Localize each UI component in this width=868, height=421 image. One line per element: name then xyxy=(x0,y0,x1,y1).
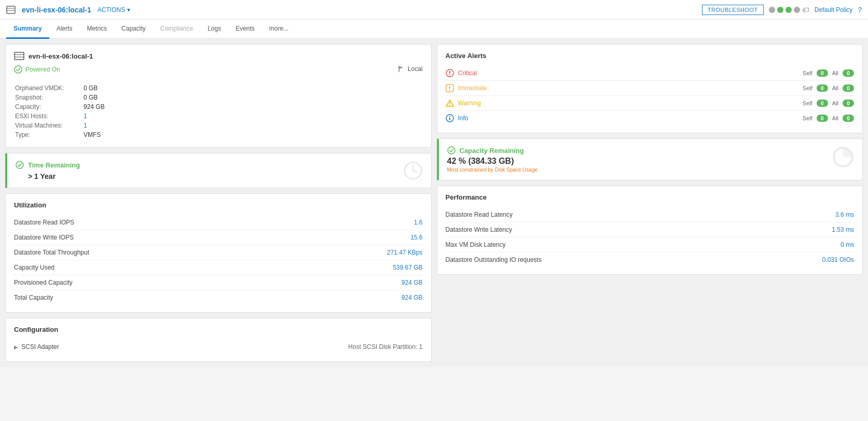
policy-icon: 🏷 xyxy=(802,6,809,14)
info-icon xyxy=(446,114,454,122)
status-dot-green-1 xyxy=(777,7,783,13)
table-row: Orphaned VMDK:0 GB xyxy=(15,84,422,92)
clock-graphic xyxy=(403,161,423,180)
page-title: evn-li-esx-06:local-1 xyxy=(22,6,91,14)
info-all-badge: 0 xyxy=(843,115,854,122)
esxi-hosts-link[interactable]: 1 xyxy=(84,113,87,120)
right-column: Active Alerts Critical Self 0 All 0 xyxy=(437,44,863,362)
datastore-large-icon xyxy=(14,52,24,60)
alert-critical-row: Critical Self 0 All 0 xyxy=(446,66,855,81)
metric-row: Datastore Read IOPS 1.6 xyxy=(14,215,423,230)
configuration-title: Configuration xyxy=(14,326,423,333)
svg-point-24 xyxy=(448,147,455,154)
tab-more[interactable]: more... xyxy=(262,20,296,39)
top-bar-right: TROUBLESHOOT 🏷 Default Policy ? xyxy=(702,5,862,15)
svg-line-11 xyxy=(413,171,417,173)
svg-rect-3 xyxy=(15,52,24,60)
metric-row: Datastore Write IOPS 15.6 xyxy=(14,230,423,245)
status-dot-grey xyxy=(769,7,775,13)
critical-self-badge: 0 xyxy=(817,69,828,77)
table-row: Capacity:924 GB xyxy=(15,103,422,111)
table-row: ESXi Hosts:1 xyxy=(15,112,422,120)
alert-immediate-row: Immediate Self 0 All 0 xyxy=(446,81,855,96)
utilization-card: Utilization Datastore Read IOPS 1.6 Data… xyxy=(5,193,432,313)
metric-row: Capacity Used 539.67 GB xyxy=(14,260,423,275)
info-label[interactable]: Info xyxy=(458,115,469,122)
alert-info-counts: Self 0 All 0 xyxy=(803,115,854,122)
local-flag: Local xyxy=(397,65,423,73)
info-table: Orphaned VMDK:0 GB Snapshot:0 GB Capacit… xyxy=(14,83,423,140)
warning-icon xyxy=(446,99,454,107)
immediate-icon xyxy=(446,84,454,92)
info-card-status-row: Powered On Local xyxy=(14,65,423,79)
table-row: Virtual Machines:1 xyxy=(15,121,422,130)
alert-immediate-counts: Self 0 All 0 xyxy=(803,85,854,92)
immediate-label[interactable]: Immediate xyxy=(458,85,487,92)
powered-on-status: Powered On xyxy=(14,65,60,74)
flag-icon xyxy=(397,65,405,73)
tab-events[interactable]: Events xyxy=(228,20,262,39)
time-remaining-title: Time Remaining xyxy=(16,161,80,169)
chevron-down-icon: ▾ xyxy=(127,6,130,13)
performance-title: Performance xyxy=(446,193,855,201)
status-dot-green-2 xyxy=(786,7,792,13)
perf-row: Datastore Outstanding IO requests 0.031 … xyxy=(446,252,855,267)
top-bar-left: evn-li-esx-06:local-1 ACTIONS ▾ xyxy=(6,6,130,14)
table-row: Snapshot:0 GB xyxy=(15,93,422,102)
check-circle-cap-icon xyxy=(447,146,456,155)
main-content: evn-li-esx-06:local-1 Powered On Local xyxy=(0,39,868,367)
status-dot-grey-2 xyxy=(794,7,800,13)
info-card: evn-li-esx-06:local-1 Powered On Local xyxy=(5,44,432,148)
warning-all-badge: 0 xyxy=(843,100,854,107)
alert-warning-counts: Self 0 All 0 xyxy=(803,100,854,107)
troubleshoot-button[interactable]: TROUBLESHOOT xyxy=(702,5,764,15)
nav-tabs: Summary Alerts Metrics Capacity Complian… xyxy=(0,20,868,39)
active-alerts-card: Active Alerts Critical Self 0 All 0 xyxy=(437,44,863,133)
svg-point-6 xyxy=(15,66,22,73)
svg-point-20 xyxy=(449,105,450,106)
left-column: evn-li-esx-06:local-1 Powered On Local xyxy=(5,44,432,362)
info-card-title-text: evn-li-esx-06:local-1 xyxy=(29,52,93,60)
tab-compliance[interactable]: Compliance xyxy=(153,20,200,39)
vms-link[interactable]: 1 xyxy=(84,122,87,129)
svg-point-17 xyxy=(449,90,450,91)
tab-capacity[interactable]: Capacity xyxy=(114,20,153,39)
svg-point-8 xyxy=(16,161,23,169)
immediate-self-badge: 0 xyxy=(817,85,828,92)
tab-metrics[interactable]: Metrics xyxy=(79,20,114,39)
warning-self-badge: 0 xyxy=(817,100,828,107)
svg-point-14 xyxy=(449,75,450,76)
actions-button[interactable]: ACTIONS ▾ xyxy=(98,6,130,13)
pie-chart-icon xyxy=(832,146,854,168)
capacity-remaining-title: Capacity Remaining xyxy=(447,146,538,155)
tab-logs[interactable]: Logs xyxy=(200,20,228,39)
top-bar: evn-li-esx-06:local-1 ACTIONS ▾ TROUBLES… xyxy=(0,0,868,20)
metric-row: Datastore Total Throughput 271.47 KBps xyxy=(14,245,423,260)
svg-rect-0 xyxy=(7,6,15,13)
immediate-all-badge: 0 xyxy=(843,85,854,92)
performance-card: Performance Datastore Read Latency 3.6 m… xyxy=(437,186,863,275)
check-circle-icon xyxy=(14,65,22,74)
status-dots: 🏷 xyxy=(769,6,809,14)
info-self-badge: 0 xyxy=(817,115,828,122)
tab-alerts[interactable]: Alerts xyxy=(49,20,80,39)
active-alerts-title: Active Alerts xyxy=(446,52,855,60)
alert-critical-counts: Self 0 All 0 xyxy=(803,69,854,77)
table-row: Type:VMFS xyxy=(15,131,422,139)
critical-label[interactable]: Critical xyxy=(458,69,477,77)
policy-link[interactable]: Default Policy xyxy=(815,6,852,13)
capacity-remaining-card: Capacity Remaining 42 % (384.33 GB) Most… xyxy=(437,138,863,180)
config-row: ▶ SCSI Adapter Host SCSI Disk Partition:… xyxy=(14,340,423,354)
perf-row: Datastore Write Latency 1.53 ms xyxy=(446,222,855,237)
critical-all-badge: 0 xyxy=(843,69,854,77)
warning-label[interactable]: Warning xyxy=(458,100,481,107)
svg-point-23 xyxy=(449,116,450,117)
alert-warning-row: Warning Self 0 All 0 xyxy=(446,96,855,111)
perf-row: Datastore Read Latency 3.6 ms xyxy=(446,207,855,222)
tab-summary[interactable]: Summary xyxy=(6,20,49,39)
expand-arrow-icon[interactable]: ▶ xyxy=(14,344,18,350)
capacity-remaining-content: Capacity Remaining 42 % (384.33 GB) Most… xyxy=(447,146,538,173)
help-icon[interactable]: ? xyxy=(858,6,862,14)
configuration-card: Configuration ▶ SCSI Adapter Host SCSI D… xyxy=(5,318,432,362)
perf-row: Max VM Disk Latency 0 ms xyxy=(446,237,855,252)
